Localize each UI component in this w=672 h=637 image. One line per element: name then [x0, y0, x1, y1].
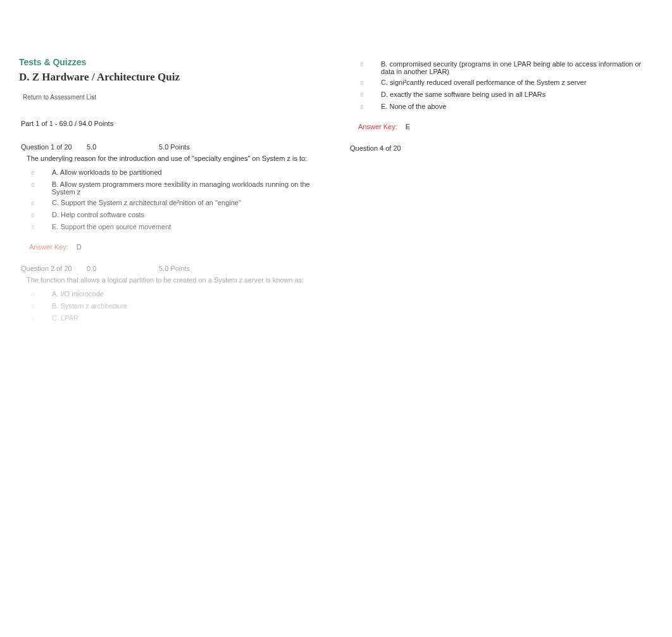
- list-item: ▯D. exactly the same software being used…: [361, 91, 645, 99]
- list-item: ▯C. signi²cantly reduced overall perform…: [361, 79, 645, 87]
- question-id: Question 1 of 20: [21, 143, 78, 151]
- part-summary: Part 1 of 1 - 69.0 / 94.0 Points: [21, 120, 316, 127]
- bullet-icon: ▯: [361, 103, 366, 111]
- bullet-icon: ▯: [32, 211, 37, 220]
- list-item: ▯E. Support the open source movement: [32, 223, 316, 232]
- question-id: Question 2 of 20: [21, 265, 78, 272]
- list-item: ▯C. Support the System z architectural d…: [32, 199, 316, 208]
- list-item: ▯C. LPAR: [32, 314, 316, 323]
- answer-key-value: D: [77, 243, 82, 251]
- answer-key-value: E: [406, 123, 410, 130]
- list-item: ▯B. Allow system programmers more ±exibi…: [32, 180, 316, 196]
- list-item: ▯A. I/O microcode: [32, 290, 316, 299]
- question-id: Question 4 of 20: [350, 144, 407, 152]
- bullet-icon: ▯: [361, 60, 366, 75]
- return-link[interactable]: Return to Assessment List: [23, 94, 96, 101]
- quiz-title: D. Z Hardware / Architecture Quiz: [19, 71, 316, 84]
- answer-key-label: Answer Key:: [358, 123, 397, 130]
- question-score: 5.0: [87, 143, 150, 151]
- question-4-header: Question 4 of 20: [350, 144, 645, 152]
- question-1-options: ▯A. Allow workloads to be partitioned ▯B…: [32, 168, 316, 232]
- answer-key-label: Answer Key:: [29, 243, 68, 251]
- bullet-icon: ▯: [361, 91, 366, 99]
- question-1-prompt: The underyling reason for the introducti…: [27, 155, 316, 162]
- question-2-header: Question 2 of 20 0.0 5.0 Points: [21, 265, 316, 272]
- bullet-icon: ▯: [32, 314, 37, 323]
- bullet-icon: ▯: [32, 180, 37, 196]
- question-3-options-tail: ▯B. compromised security (programs in on…: [361, 60, 645, 111]
- list-item: ▯E. None of the above: [361, 103, 645, 111]
- list-item: ▯D. Help control software costs: [32, 211, 316, 220]
- bullet-icon: ▯: [32, 290, 37, 299]
- question-1-header: Question 1 of 20 5.0 5.0 Points: [21, 143, 316, 151]
- bullet-icon: ▯: [32, 168, 37, 177]
- bullet-icon: ▯: [361, 79, 366, 87]
- bullet-icon: ▯: [32, 199, 37, 208]
- question-score: 0.0: [87, 265, 150, 272]
- list-item: ▯B. compromised security (programs in on…: [361, 60, 645, 75]
- bullet-icon: ▯: [32, 302, 37, 311]
- question-points: 5.0 Points: [159, 265, 190, 272]
- question-3-answer-key: Answer Key: E: [358, 123, 645, 130]
- question-points: 5.0 Points: [159, 143, 190, 151]
- bullet-icon: ▯: [32, 223, 37, 232]
- list-item: ▯B. System z architecture: [32, 302, 316, 311]
- question-1-answer-key: Answer Key: D: [29, 243, 316, 251]
- list-item: ▯A. Allow workloads to be partitioned: [32, 168, 316, 177]
- question-2-options: ▯A. I/O microcode ▯B. System z architect…: [32, 290, 316, 323]
- page-heading: Tests & Quizzes: [19, 57, 316, 67]
- question-2-prompt: The function that allows a logical parti…: [27, 276, 316, 284]
